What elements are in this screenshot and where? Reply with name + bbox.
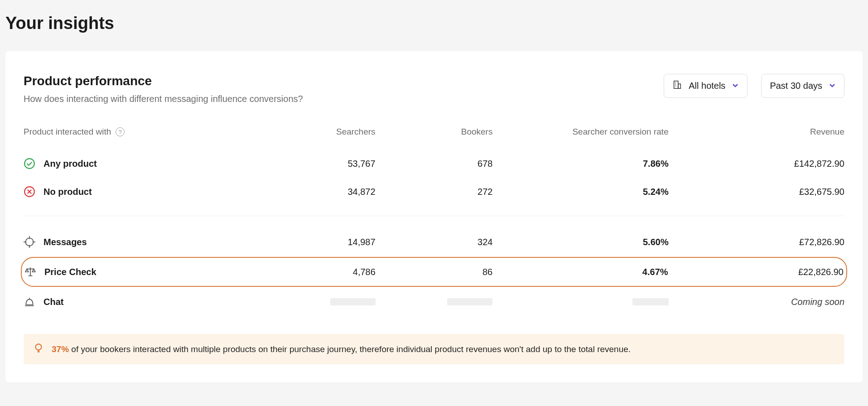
table-row-no-product: No product 34,872 272 5.24% £32,675.90 (24, 178, 844, 206)
svg-rect-0 (674, 81, 678, 89)
cell-bookers: 678 (376, 159, 493, 169)
card-header: Product performance How does interacting… (24, 74, 844, 104)
col-bookers-header: Bookers (376, 127, 493, 137)
row-name: Chat (24, 296, 258, 308)
row-name: No product (24, 186, 258, 198)
row-name: Price Check (24, 266, 259, 278)
col-conversion-header: Searcher conversion rate (492, 127, 668, 137)
table-row-chat: Chat Coming soon (24, 288, 844, 316)
hint-percentage: 37% (52, 344, 69, 354)
period-select[interactable]: Past 30 days (761, 74, 844, 98)
cell-revenue: £32,675.90 (669, 187, 844, 197)
row-name: Messages (24, 236, 258, 248)
table-row-any-product: Any product 53,767 678 7.86% £142,872.90 (24, 150, 844, 178)
row-label: Chat (43, 297, 63, 307)
cell-revenue: £72,826.90 (669, 237, 844, 247)
target-icon (24, 236, 35, 248)
row-name: Any product (24, 158, 258, 169)
svg-point-7 (25, 238, 33, 246)
row-label: Any product (43, 159, 97, 169)
col-searchers-header: Searchers (258, 127, 376, 137)
table-header: Product interacted with ? Searchers Book… (24, 127, 844, 150)
cell-coming-soon: Coming soon (669, 297, 844, 307)
filters: All hotels Past 30 days (664, 74, 844, 98)
svg-rect-1 (678, 84, 681, 88)
hint-bar: 37% of your bookers interacted with mult… (24, 334, 844, 364)
cell-revenue: £22,826.90 (668, 267, 844, 277)
cross-circle-icon (24, 186, 35, 198)
card-title: Product performance (24, 74, 303, 88)
highlighted-row-container: Price Check 4,786 86 4.67% £22,826.90 (21, 257, 847, 287)
row-label: Price Check (44, 267, 96, 277)
cell-conversion: 5.60% (492, 237, 668, 247)
cell-conversion: 4.67% (492, 267, 668, 277)
cell-conversion-skeleton (492, 298, 668, 305)
card-title-block: Product performance How does interacting… (24, 74, 303, 104)
table-row-messages: Messages 14,987 324 5.60% £72,826.90 (24, 228, 844, 256)
cell-bookers: 324 (376, 237, 493, 247)
card-subtitle: How does interacting with different mess… (24, 94, 303, 104)
cell-conversion: 5.24% (492, 187, 668, 197)
svg-point-5 (24, 159, 34, 169)
product-performance-card: Product performance How does interacting… (5, 51, 863, 382)
cell-searchers: 4,786 (259, 267, 376, 277)
cell-searchers: 14,987 (258, 237, 376, 247)
col-product-label: Product interacted with (24, 127, 111, 137)
chevron-down-icon (732, 81, 739, 91)
help-icon[interactable]: ? (116, 127, 125, 136)
hint-message: of your bookers interacted with multiple… (69, 344, 631, 354)
cell-bookers: 272 (376, 187, 493, 197)
product-table: Product interacted with ? Searchers Book… (24, 127, 844, 316)
cell-revenue: £142,872.90 (669, 159, 844, 169)
page-title: Your insights (0, 0, 868, 51)
row-label: Messages (43, 237, 87, 247)
table-row-price-check: Price Check 4,786 86 4.67% £22,826.90 (22, 261, 846, 282)
period-select-label: Past 30 days (770, 81, 822, 91)
hotels-select-label: All hotels (689, 81, 725, 91)
cell-bookers-skeleton (376, 298, 493, 305)
cell-searchers: 53,767 (258, 159, 376, 169)
hotels-select[interactable]: All hotels (664, 74, 747, 98)
lightbulb-icon (33, 342, 44, 356)
building-icon (672, 80, 682, 92)
cell-searchers-skeleton (258, 298, 376, 305)
bell-icon (24, 296, 35, 308)
svg-point-17 (36, 344, 42, 350)
cell-conversion: 7.86% (492, 159, 668, 169)
chevron-down-icon (829, 81, 836, 91)
row-label: No product (43, 187, 92, 197)
col-product-header: Product interacted with ? (24, 127, 258, 137)
divider (24, 216, 844, 216)
cell-bookers: 86 (376, 267, 492, 277)
check-circle-icon (24, 158, 35, 169)
col-revenue-header: Revenue (669, 127, 844, 137)
scales-icon (24, 266, 36, 278)
cell-searchers: 34,872 (258, 187, 376, 197)
hint-text: 37% of your bookers interacted with mult… (52, 344, 631, 354)
